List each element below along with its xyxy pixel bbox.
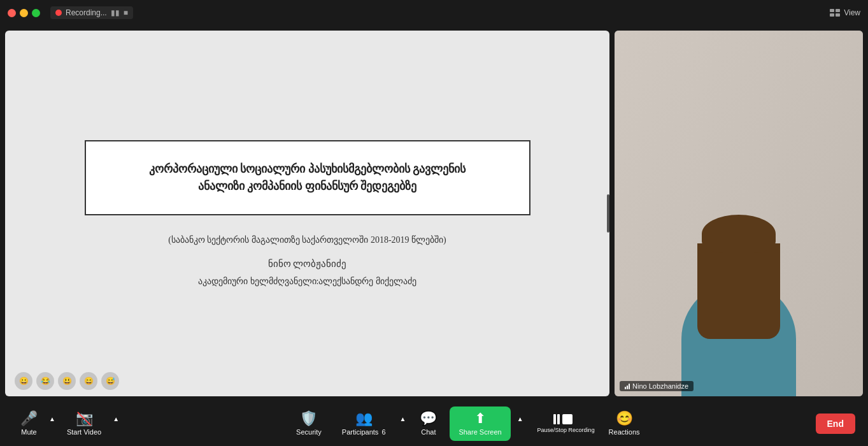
- traffic-lights: [8, 9, 40, 17]
- maximize-button[interactable]: [32, 9, 40, 17]
- top-bar: Recording... ▮▮ ■ View: [0, 0, 868, 25]
- participants-label: Participants 6: [342, 428, 386, 436]
- top-bar-right: View: [830, 8, 860, 17]
- participants-button[interactable]: 👥 Participants 6: [334, 408, 394, 440]
- mute-button[interactable]: 🎤 Mute: [13, 408, 45, 440]
- security-label: Security: [296, 428, 322, 436]
- reactions-label: Reactions: [609, 428, 640, 436]
- pause-stop-icons: [553, 414, 573, 424]
- pause-recording-button[interactable]: ▮▮: [111, 8, 120, 17]
- slide-advisor: აკადემიური ხელმძღვანელი:ალექსანდრე მიქელ…: [85, 276, 530, 287]
- reaction-btn-3[interactable]: 😃: [58, 372, 76, 390]
- reaction-btn-2[interactable]: 😂: [36, 372, 54, 390]
- reactions-button[interactable]: 😊 Reactions: [601, 408, 648, 440]
- slide-title: კორპორაციული სოციალური პასუხისმგებლობის …: [111, 161, 504, 195]
- video-icon: 📷: [76, 412, 93, 426]
- view-label[interactable]: View: [844, 8, 860, 17]
- panel-divider[interactable]: [607, 194, 609, 233]
- share-screen-icon: ⬆: [474, 412, 486, 426]
- pause-stop-label: Pause/Stop Recording: [537, 427, 588, 433]
- participant-name: Nino Lobzhanidze: [632, 382, 688, 390]
- pause-icon: [553, 414, 560, 424]
- slide-title-box: კორპორაციული სოციალური პასუხისმგებლობის …: [85, 140, 530, 215]
- reaction-btn-1[interactable]: 😀: [15, 372, 32, 390]
- presentation-area: კორპორაციული სოციალური პასუხისმგებლობის …: [5, 31, 609, 396]
- video-name-badge: Nino Lobzhanidze: [620, 381, 694, 391]
- mute-icon: 🎤: [20, 412, 38, 426]
- participants-chevron[interactable]: ▲: [399, 415, 408, 422]
- participants-count: 6: [381, 428, 385, 436]
- view-icon: [830, 9, 840, 17]
- slide-author: ნინო ლობჟანიძე: [85, 258, 530, 270]
- person-hair-long: [697, 243, 780, 339]
- participant-video-panel: Nino Lobzhanidze: [615, 31, 863, 396]
- recording-controls: ▮▮ ■: [111, 8, 128, 17]
- reaction-row: 😀 😂 😃 😄 😅: [15, 372, 119, 390]
- top-bar-left: Recording... ▮▮ ■: [8, 6, 133, 19]
- security-button[interactable]: 🛡️ Security: [288, 408, 329, 440]
- recording-dot: [55, 10, 62, 16]
- video-chevron[interactable]: ▲: [111, 415, 120, 422]
- share-screen-chevron[interactable]: ▲: [516, 415, 525, 422]
- minimize-button[interactable]: [20, 9, 28, 17]
- stop-icon: [562, 414, 573, 424]
- chat-label: Chat: [421, 428, 436, 436]
- slide-subtitle: (საბანკო სექტორის მაგალითზე საქართველოში…: [85, 234, 530, 245]
- chat-icon: 💬: [420, 412, 437, 426]
- bottom-toolbar: 🎤 Mute ▲ 📷 Start Video ▲ 🛡️ Security 👥 P…: [0, 401, 868, 446]
- toolbar-center-group: 🛡️ Security 👥 Participants 6 ▲ 💬 Chat ⬆ …: [288, 406, 647, 441]
- participants-icon: 👥: [355, 412, 373, 426]
- toolbar-left-group: 🎤 Mute ▲ 📷 Start Video ▲: [13, 408, 120, 440]
- reactions-icon: 😊: [616, 412, 633, 426]
- slide-content: კორპორაციული სოციალური პასუხისმგებლობის …: [85, 140, 530, 287]
- person-silhouette: [675, 218, 802, 396]
- end-button[interactable]: End: [816, 414, 855, 434]
- pause-stop-recording-button[interactable]: Pause/Stop Recording: [530, 410, 596, 437]
- mute-chevron[interactable]: ▲: [48, 415, 57, 422]
- participant-video-container: Nino Lobzhanidze: [615, 31, 863, 396]
- recording-badge: Recording... ▮▮ ■: [50, 6, 133, 19]
- mute-label: Mute: [21, 428, 36, 436]
- security-icon: 🛡️: [300, 412, 317, 426]
- recording-text: Recording...: [66, 8, 107, 17]
- main-content: კორპორაციული სოციალური პასუხისმგებლობის …: [0, 25, 868, 401]
- share-screen-label: Share Screen: [459, 428, 501, 436]
- share-screen-button[interactable]: ⬆ Share Screen: [450, 406, 510, 441]
- signal-bars: [625, 383, 630, 389]
- reaction-btn-5[interactable]: 😅: [101, 372, 119, 390]
- person-hair: [702, 215, 776, 253]
- close-button[interactable]: [8, 9, 16, 17]
- start-video-button[interactable]: 📷 Start Video: [59, 408, 109, 440]
- person-head: [707, 218, 771, 288]
- stop-recording-button[interactable]: ■: [124, 8, 128, 17]
- chat-button[interactable]: 💬 Chat: [412, 408, 445, 440]
- reaction-btn-4[interactable]: 😄: [80, 372, 97, 390]
- toolbar-right-group: End: [816, 414, 855, 434]
- start-video-label: Start Video: [67, 428, 101, 436]
